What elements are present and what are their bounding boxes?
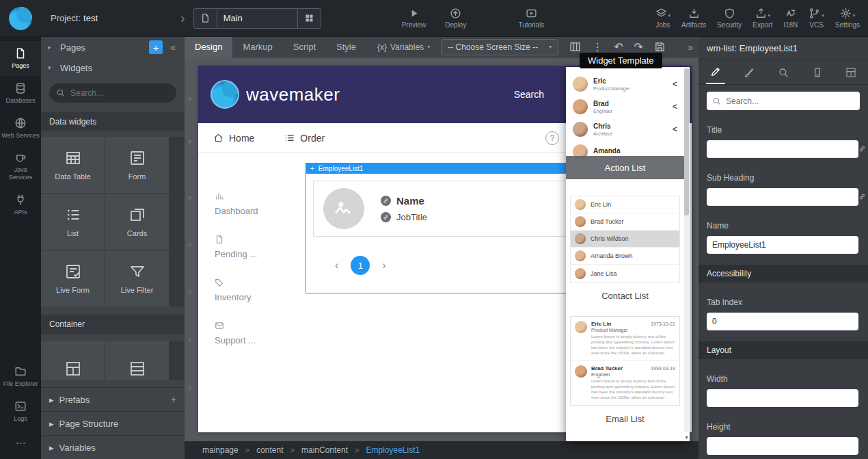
breadcrumb-employeelist1[interactable]: EmployeeList1 <box>366 445 420 455</box>
i18n-button[interactable]: I18N <box>783 8 798 29</box>
template-action-list[interactable]: Eric Product Manager < Brad Engineer < C… <box>570 73 680 163</box>
widget-tile-panel[interactable] <box>105 341 169 380</box>
scrollbar-thumb[interactable] <box>684 68 689 215</box>
subheading-input[interactable] <box>707 188 858 206</box>
jobtitle-field[interactable]: JobTitle <box>381 212 427 222</box>
tab-design[interactable]: Design <box>185 37 232 57</box>
add-prefab-icon[interactable]: + <box>171 394 176 405</box>
help-icon[interactable]: ? <box>545 131 559 145</box>
tab-markup[interactable]: Markup <box>232 37 282 57</box>
properties-search-input[interactable] <box>707 92 860 110</box>
kebab-menu-icon[interactable]: ⋮ <box>592 42 603 53</box>
page-selector-name[interactable]: Main <box>217 9 298 28</box>
wavemaker-logo[interactable] <box>0 0 41 37</box>
jobtitle-field-label: JobTitle <box>396 212 427 222</box>
tutorials-button[interactable]: Tutorials <box>518 8 544 29</box>
breadcrumb-maincontent[interactable]: mainContent <box>301 445 348 455</box>
project-chevron-icon[interactable]: › <box>180 10 185 26</box>
rail-item-web-services[interactable]: Web Services <box>0 111 41 146</box>
side-nav-pending[interactable]: Pending ... <box>215 235 295 259</box>
tab-index-input[interactable] <box>707 313 858 330</box>
rail-item-file-explorer[interactable]: File Explorer <box>0 359 41 394</box>
rail-item-logs[interactable]: Logs <box>0 394 41 429</box>
export-button[interactable]: ▾ Export <box>752 8 772 29</box>
redo-icon[interactable]: ↷ <box>634 42 643 53</box>
tab-properties[interactable] <box>706 60 725 84</box>
side-nav-dashboard[interactable]: Dashboard <box>215 192 295 216</box>
widget-tile-live-form[interactable]: Live Form <box>41 250 105 306</box>
tab-search[interactable] <box>774 60 793 84</box>
page-structure-section-header[interactable]: ▸ Page Structure <box>41 411 185 435</box>
layout-icon <box>845 67 856 78</box>
screen-size-select[interactable]: -- Choose Screen Size -- ▾ <box>441 39 558 55</box>
collapse-panel-icon[interactable]: « <box>168 42 178 53</box>
template-contact-list[interactable]: Eric Lin Brad Tucker Chris Wildson Amand… <box>570 196 680 283</box>
deploy-button[interactable]: Deploy <box>445 8 466 29</box>
nav-item-order[interactable]: Order <box>284 133 325 144</box>
width-input[interactable] <box>707 389 858 407</box>
prefabs-section-header[interactable]: ▸ Prefabs + <box>41 387 185 411</box>
side-nav-inventory[interactable]: Inventory <box>215 278 295 302</box>
widget-tile-grid-layout[interactable] <box>41 341 105 380</box>
popup-scrollbar[interactable] <box>684 68 689 432</box>
tab-device[interactable] <box>808 60 827 84</box>
tab-layout[interactable] <box>841 60 860 84</box>
widget-template-icon[interactable] <box>569 41 581 53</box>
undo-icon[interactable]: ↶ <box>614 42 623 53</box>
vcs-button[interactable]: ▾ VCS <box>809 8 824 29</box>
widget-search-input[interactable] <box>49 83 176 103</box>
tab-style[interactable]: Style <box>326 37 366 57</box>
action-list-template-label[interactable]: Action List <box>566 156 684 179</box>
scroll-down-icon[interactable]: ▾ <box>683 434 690 441</box>
more-options-icon[interactable]: ⋯ <box>0 429 41 459</box>
expand-panel-icon[interactable]: » <box>688 42 693 53</box>
rail-item-databases[interactable]: Databases <box>0 76 41 111</box>
project-label: Project:test <box>51 13 178 23</box>
nav-item-home[interactable]: Home <box>213 133 254 144</box>
name-field[interactable]: Name <box>381 195 427 207</box>
security-button[interactable]: Security <box>717 8 742 29</box>
rail-item-java-services[interactable]: Java Services <box>0 145 41 187</box>
settings-button[interactable]: ▾ Settings <box>835 8 860 29</box>
side-nav-support[interactable]: Support ... <box>215 321 295 345</box>
height-input[interactable] <box>707 437 858 455</box>
variables-button[interactable]: {x} Variables ▾ <box>377 42 430 52</box>
widget-tile-list[interactable]: List <box>41 194 105 250</box>
widget-tile-form[interactable]: Form <box>105 137 169 193</box>
tab-script[interactable]: Script <box>283 37 326 57</box>
template-email-list[interactable]: Eric Lin 1973-10-21 Product Manager Lore… <box>570 316 680 406</box>
artifacts-button[interactable]: Artifacts <box>681 8 706 29</box>
page-doc-icon[interactable] <box>194 9 217 28</box>
bind-link-icon[interactable] <box>858 193 866 200</box>
widget-tile-live-filter[interactable]: Live Filter <box>105 250 169 306</box>
drag-handle-icon[interactable]: + <box>310 165 314 172</box>
variables-section-header[interactable]: ▸ Variables <box>41 435 185 459</box>
preview-search-label[interactable]: Search <box>514 89 544 100</box>
tab-styles[interactable] <box>740 60 759 84</box>
widget-tile-data-table[interactable]: Data Table <box>41 137 105 193</box>
breadcrumb-content[interactable]: content <box>256 445 283 455</box>
widget-tile-cards[interactable]: Cards <box>105 194 169 250</box>
pages-section-header[interactable]: ▸ Pages + « <box>41 37 185 57</box>
widgets-section-header[interactable]: ▾ Widgets <box>41 57 185 78</box>
add-page-button[interactable]: + <box>149 40 163 54</box>
current-page-button[interactable]: 1 <box>351 256 370 275</box>
contact-list-template-label[interactable]: Contact List <box>570 291 680 301</box>
breadcrumb-mainpage[interactable]: mainpage <box>202 445 239 455</box>
email-list-template-label[interactable]: Email List <box>570 414 680 424</box>
structure-marker-icon: ≡ <box>188 95 191 102</box>
next-page-icon[interactable]: › <box>382 259 385 272</box>
page-grid-icon[interactable] <box>298 9 321 28</box>
data-table-icon <box>65 150 81 166</box>
accessibility-section-header[interactable]: Accessibility <box>699 265 868 283</box>
rail-item-pages[interactable]: Pages <box>0 41 41 76</box>
rail-item-apis[interactable]: APIs <box>0 187 41 222</box>
title-input[interactable] <box>707 140 858 158</box>
jobs-button[interactable]: ▾ Jobs <box>655 8 671 29</box>
layout-section-header[interactable]: Layout <box>699 341 868 359</box>
prev-page-icon[interactable]: ‹ <box>335 259 338 272</box>
preview-button[interactable]: Preview <box>402 8 426 29</box>
bind-link-icon[interactable] <box>858 145 866 153</box>
name-input[interactable] <box>707 236 858 254</box>
save-icon[interactable] <box>654 41 666 53</box>
